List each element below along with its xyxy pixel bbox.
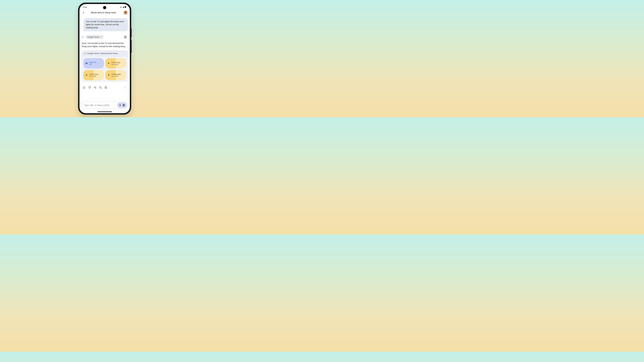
card-header: Google Home • Spring Street Home: [82, 50, 128, 56]
device-status: On • 50%: [112, 64, 120, 65]
profile-avatar[interactable]: [124, 11, 128, 15]
svg-rect-16: [100, 87, 102, 88]
svg-rect-6: [108, 64, 109, 64]
settings-button[interactable]: [124, 35, 127, 39]
status-time: 9:30: [83, 6, 87, 8]
svg-point-2: [125, 37, 126, 37]
svg-point-9: [108, 74, 109, 75]
svg-line-15: [94, 87, 95, 87]
device-status: On • 50%: [89, 75, 98, 77]
svg-rect-8: [86, 75, 87, 76]
input-action-group: [117, 102, 127, 108]
google-home-card: Google Home • Spring Street Home Main TV…: [82, 50, 128, 82]
device-status: On: [89, 64, 96, 65]
device-name: Floor lamp: [112, 61, 120, 63]
network-label: 5G: [120, 6, 122, 8]
svg-point-18: [125, 87, 126, 88]
card-header-text: Google Home • Spring Street Home: [87, 52, 118, 54]
screen: 9:30 5G Movie time in living room Turn o…: [80, 4, 130, 113]
extension-label: Google Home: [87, 36, 99, 38]
device-tile-light-beam[interactable]: Light beam On • 50%: [83, 70, 104, 80]
svg-point-17: [125, 86, 126, 87]
status-indicators: 5G: [120, 6, 126, 8]
svg-point-19: [125, 88, 126, 88]
lightbulb-icon: [108, 62, 110, 65]
input-placeholder: Type, talk, or share a photo: [84, 104, 116, 106]
page-title: Movie time in living room: [85, 11, 122, 14]
svg-point-5: [108, 62, 109, 64]
camera-hole: [103, 6, 106, 9]
input-field[interactable]: Type, talk, or share a photo: [82, 101, 128, 109]
svg-rect-23: [123, 104, 124, 105]
tv-icon: [85, 62, 88, 65]
conversation-content: Turn on the TV and adjust the living roo…: [80, 16, 130, 99]
device-name: Ceiling light: [112, 73, 121, 75]
microphone-button[interactable]: [118, 104, 122, 107]
svg-point-13: [95, 88, 96, 89]
svg-line-14: [94, 88, 95, 88]
svg-rect-0: [125, 6, 126, 8]
user-message-bubble: Turn on the TV and adjust the living roo…: [84, 18, 128, 31]
svg-point-12: [94, 87, 95, 88]
device-name: Main TV: [89, 61, 96, 63]
device-tile-floor-lamp[interactable]: Floor lamp On • 50%: [105, 58, 126, 68]
svg-rect-10: [108, 75, 109, 76]
svg-rect-1: [125, 6, 126, 6]
device-tile-ceiling-light[interactable]: Ceiling light On • 50%: [105, 70, 126, 80]
google-home-icon: [84, 52, 86, 54]
thumbs-down-button[interactable]: [88, 86, 91, 89]
lightbulb-icon: [108, 74, 110, 76]
lightbulb-icon: [85, 74, 88, 76]
more-options-button[interactable]: [124, 86, 127, 89]
extension-row: Google Home: [82, 34, 128, 42]
thumbs-up-button[interactable]: [83, 86, 86, 89]
device-tile-main-tv[interactable]: Main TV On: [83, 58, 104, 68]
assistant-message: Sure, I've turned on the TV and dimmed t…: [82, 42, 128, 50]
app-header: Movie time in living room: [80, 9, 130, 16]
google-search-button[interactable]: [104, 86, 107, 89]
nav-handle[interactable]: [98, 111, 112, 112]
share-button[interactable]: [94, 86, 96, 89]
navigation-bar: [80, 110, 130, 113]
response-actions: [82, 84, 128, 92]
back-button[interactable]: [82, 11, 85, 14]
phone-frame: 9:30 5G Movie time in living room Turn o…: [78, 2, 131, 115]
device-status: On • 50%: [112, 75, 121, 77]
svg-point-11: [95, 86, 96, 87]
extension-chip[interactable]: Google Home: [86, 35, 104, 39]
signal-icon: [122, 6, 124, 8]
sparkle-icon: [82, 36, 84, 38]
battery-icon: [125, 6, 126, 8]
device-name: Light beam: [89, 73, 98, 75]
svg-point-22: [123, 105, 124, 106]
input-area: Type, talk, or share a photo: [80, 99, 130, 110]
device-grid: Main TV On Floor lamp On • 50%: [82, 56, 128, 82]
svg-rect-4: [86, 63, 87, 64]
copy-button[interactable]: [99, 86, 102, 89]
chevron-down-icon: [100, 36, 102, 38]
camera-button[interactable]: [122, 104, 125, 107]
svg-point-7: [86, 74, 87, 75]
